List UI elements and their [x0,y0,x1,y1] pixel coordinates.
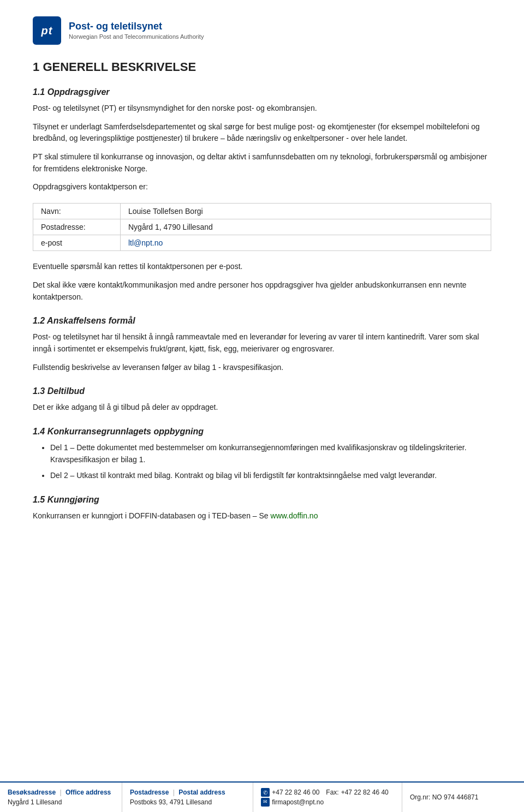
footer-org-number: NO 974 446871 [432,793,479,801]
logo-pt-text: pt [41,25,53,37]
section14-list: Del 1 – Dette dokumentet med bestemmelse… [50,442,491,482]
section12-heading: 1.2 Anskaffelsens formål [33,316,491,326]
section12-p1: Post- og teletilsynet har til hensikt å … [33,331,491,355]
contact-intro: Oppdragsgivers kontaktperson er: [33,181,491,193]
table-row: e-post ltl@npt.no [33,235,491,251]
section12-p2: Fullstendig beskrivelse av leveransen fø… [33,362,491,374]
page-header: pt Post- og teletilsynet Norwegian Post … [33,16,491,45]
footer-org-label: Org.nr: [410,793,430,801]
section1-number: 1 [33,60,39,74]
after-table-p1: Eventuelle spørsmål kan rettes til konta… [33,261,491,273]
footer-address-col: Besøksadresse | Office address Nygård 1 … [0,783,122,812]
doffin-link[interactable]: www.doffin.no [271,511,318,520]
section11-p3: PT skal stimulere til konkurranse og inn… [33,151,491,175]
contact-table: Navn: Louise Tollefsen Borgi Postadresse… [33,203,491,251]
footer-postadresse-label: Postadresse [130,789,169,796]
contact-value-email: ltl@npt.no [121,235,491,251]
section11-heading: 1.1 Oppdragsgiver [33,87,491,97]
footer-besoksadresse-label: Besøksadresse [8,789,56,796]
section14-heading: 1.4 Konkurransegrunnlagets oppbygning [33,427,491,437]
logo-box: pt [33,16,61,45]
footer-office-address-label: Office address [66,789,111,796]
footer-fax-label: Fax: [326,787,338,797]
footer-postal-address-label: Postal address [178,789,225,796]
footer-phone-row: ✆ +47 22 82 46 00 Fax: +47 22 82 46 40 [261,787,394,797]
contact-label-email: e-post [33,235,121,251]
contact-label-name: Navn: [33,204,121,219]
footer-phone: +47 22 82 46 00 [272,787,319,797]
table-row: Postadresse: Nygård 1, 4790 Lillesand [33,219,491,235]
section13-p1: Det er ikke adgang til å gi tilbud på de… [33,402,491,414]
section1-title: 1 GENERELL BESKRIVELSE [33,60,491,74]
org-subtitle: Norwegian Post and Telecommunications Au… [69,33,204,40]
contact-value-postal: Nygård 1, 4790 Lillesand [121,219,491,235]
contact-label-postal: Postadresse: [33,219,121,235]
section13-heading: 1.3 Deltilbud [33,386,491,396]
footer-email: firmapost@npt.no [272,797,324,807]
footer-postal-col: Postadresse | Postal address Postboks 93… [122,783,253,812]
contact-value-name: Louise Tollefsen Borgi [121,204,491,219]
footer-fax: +47 22 82 46 40 [341,787,389,797]
footer-org-col: Org.nr: NO 974 446871 [402,783,524,812]
footer-address-labels: Besøksadresse | Office address [8,787,114,797]
footer-postal-value: Postboks 93, 4791 Lillesand [130,797,245,807]
phone-icon: ✆ [261,788,270,797]
after-table-p2: Det skal ikke være kontakt/kommunikasjon… [33,279,491,303]
list-item: Del 1 – Dette dokumentet med bestemmelse… [50,442,491,465]
section15-p1: Konkurransen er kunngjort i DOFFIN-datab… [33,510,491,522]
section11-p2: Tilsynet er underlagt Samferdselsdeparte… [33,121,491,145]
footer-postal-labels: Postadresse | Postal address [130,787,245,797]
email-icon: ✉ [261,798,270,807]
section15-heading: 1.5 Kunngjøring [33,495,491,505]
section15-text-before-link: Konkurransen er kunngjort i DOFFIN-datab… [33,511,271,520]
email-link[interactable]: ltl@npt.no [128,238,163,247]
page-footer: Besøksadresse | Office address Nygård 1 … [0,781,524,812]
footer-email-row: ✉ firmapost@npt.no [261,797,394,807]
org-name: Post- og teletilsynet [69,21,204,33]
logo-text-block: Post- og teletilsynet Norwegian Post and… [69,21,204,40]
list-item: Del 2 – Utkast til kontrakt med bilag. K… [50,470,491,482]
section11-p1: Post- og teletilsynet (PT) er tilsynsmyn… [33,103,491,115]
footer-contact-col: ✆ +47 22 82 46 00 Fax: +47 22 82 46 40 ✉… [253,783,402,812]
footer-address-value: Nygård 1 Lillesand [8,797,114,807]
footer-org-row: Org.nr: NO 974 446871 [410,792,516,802]
table-row: Navn: Louise Tollefsen Borgi [33,204,491,219]
